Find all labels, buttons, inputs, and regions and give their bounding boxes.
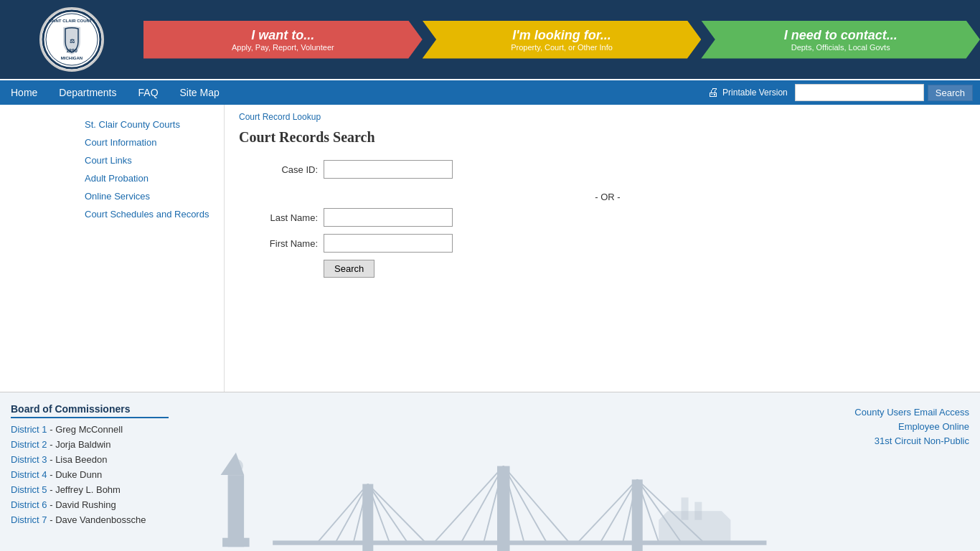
svg-rect-11 [497,466,510,551]
svg-text:MICHIGAN: MICHIGAN [61,56,83,60]
district-4-name: Duke Dunn [55,469,102,480]
district-5-name: Jeffrey L. Bohm [55,484,121,495]
main-container: St. Clair County Courts Court Informatio… [74,105,906,392]
i-need-to-contact-title: I need to contact... [784,28,897,43]
last-name-input[interactable] [324,208,453,227]
im-looking-for-title: I'm looking for... [512,28,611,43]
nav-faq[interactable]: FAQ [135,81,162,104]
svg-line-23 [504,466,547,542]
or-divider: - OR - [324,186,892,208]
svg-point-9 [229,459,243,474]
i-want-to-sub: Apply, Pay, Report, Volunteer [232,43,334,52]
district-3-link[interactable]: District 3 [11,454,47,465]
search-button[interactable]: Search [324,260,374,278]
sidebar-item-court-schedules[interactable]: Court Schedules and Records [81,205,217,223]
svg-line-17 [368,484,407,542]
page-title: Court Records Search [239,129,892,146]
list-item: District 1 - Greg McConnell [11,422,169,437]
last-name-label: Last Name: [253,212,318,223]
breadcrumb-link[interactable]: Court Record Lookup [239,112,321,122]
svg-rect-34 [682,497,689,519]
county-logo: SAINT CLAIR COUNTY MICHIGAN 1890 ⚖ [39,7,104,72]
list-item: District 6 - David Rushing [11,497,169,512]
header: SAINT CLAIR COUNTY MICHIGAN 1890 ⚖ I wan… [0,0,980,79]
board-title: Board of Commissioners [11,403,169,418]
svg-line-18 [368,484,425,542]
i-want-to-button[interactable]: I want to... Apply, Pay, Report, Volunte… [143,21,423,59]
sidebar: St. Clair County Courts Court Informatio… [74,105,225,392]
printable-area: 🖨 Printable Version [707,86,788,99]
sidebar-item-adult-probation[interactable]: Adult Probation [81,169,217,187]
top-search-button[interactable]: Search [928,85,973,101]
im-looking-for-sub: Property, Court, or Other Info [511,43,613,52]
district-2-name: Jorja Baldwin [55,439,110,450]
svg-rect-32 [659,520,730,542]
district-3-name: Lisa Beedon [55,454,107,465]
i-want-to-title: I want to... [251,28,314,43]
district-1-link[interactable]: District 1 [11,424,47,435]
right-links: County Users Email Access Employee Onlin… [826,403,969,551]
svg-rect-8 [222,538,250,547]
logo-area: SAINT CLAIR COUNTY MICHIGAN 1890 ⚖ [0,0,143,79]
printer-icon: 🖨 [707,86,719,99]
top-nav-links: Home Departments FAQ Site Map [7,81,707,104]
list-item: District 4 - Duke Dunn [11,467,169,482]
svg-line-25 [578,479,638,542]
svg-rect-35 [694,502,702,520]
case-id-row: Case ID: [253,160,892,179]
top-search-area: Search [795,84,973,101]
sidebar-item-courts[interactable]: St. Clair County Courts [81,116,217,133]
im-looking-for-button[interactable]: I'm looking for... Property, Court, or O… [423,21,702,59]
district-4-link[interactable]: District 4 [11,469,47,480]
nav-sitemap[interactable]: Site Map [176,81,223,104]
svg-line-20 [461,466,504,542]
main-content: Court Record Lookup Court Records Search… [225,105,906,392]
bridge-svg [183,403,811,551]
circuit-non-public-link[interactable]: 31st Circuit Non-Public [826,435,969,446]
nav-home[interactable]: Home [7,81,41,104]
district-7-link[interactable]: District 7 [11,514,47,525]
district-5-link[interactable]: District 5 [11,484,47,495]
top-nav-bar: Home Departments FAQ Site Map 🖨 Printabl… [0,79,980,105]
svg-text:SAINT CLAIR COUNTY: SAINT CLAIR COUNTY [49,19,95,23]
top-search-input[interactable] [795,84,924,101]
district-list: District 1 - Greg McConnell District 2 -… [11,422,169,527]
district-1-name: Greg McConnell [55,424,123,435]
district-2-link[interactable]: District 2 [11,439,47,450]
employee-online-link[interactable]: Employee Online [826,421,969,432]
last-name-row: Last Name: [253,208,892,227]
printable-version-link[interactable]: Printable Version [722,88,788,98]
list-item: District 5 - Jeffrey L. Bohm [11,482,169,497]
county-email-link[interactable]: County Users Email Access [826,407,969,418]
svg-text:⚖: ⚖ [70,38,75,44]
case-id-input[interactable] [324,160,453,179]
svg-line-26 [600,479,637,542]
list-item: District 2 - Jorja Baldwin [11,437,169,452]
svg-marker-33 [659,511,730,520]
list-item: District 7 - Dave Vandenbossche [11,512,169,527]
first-name-row: First Name: [253,234,892,253]
district-6-name: David Rushing [55,499,116,510]
list-item: District 3 - Lisa Beedon [11,452,169,467]
sidebar-item-court-links[interactable]: Court Links [81,151,217,169]
search-form: Case ID: - OR - Last Name: First Name: S… [253,160,892,278]
sidebar-item-online-services[interactable]: Online Services [81,187,217,205]
i-need-to-contact-sub: Depts, Officials, Local Govts [791,43,890,52]
breadcrumb: Court Record Lookup [239,112,892,122]
footer-section: Board of Commissioners District 1 - Greg… [0,392,980,551]
sidebar-item-court-info[interactable]: Court Information [81,133,217,151]
district-7-name: Dave Vandenbossche [55,514,146,525]
svg-rect-6 [228,475,245,547]
first-name-input[interactable] [324,234,453,253]
first-name-label: First Name: [253,238,318,249]
district-6-link[interactable]: District 6 [11,499,47,510]
case-id-label: Case ID: [253,164,318,175]
nav-departments[interactable]: Departments [55,81,120,104]
nav-buttons: I want to... Apply, Pay, Report, Volunte… [143,21,980,59]
i-need-to-contact-button[interactable]: I need to contact... Depts, Officials, L… [701,21,980,59]
board-of-commissioners: Board of Commissioners District 1 - Greg… [11,403,169,551]
bridge-illustration [183,403,811,551]
